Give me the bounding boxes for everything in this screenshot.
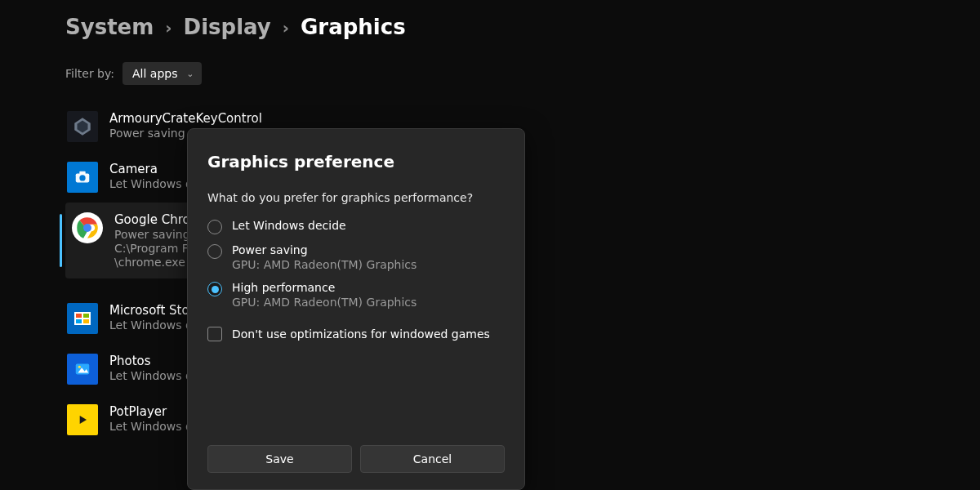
save-button[interactable]: Save <box>207 445 352 473</box>
graphics-preference-dialog: Graphics preference What do you prefer f… <box>187 128 525 490</box>
radio-label: High performance <box>232 281 416 294</box>
potplayer-icon <box>67 404 98 435</box>
svg-point-10 <box>78 366 81 368</box>
dialog-subtitle: What do you prefer for graphics performa… <box>207 191 505 204</box>
radio-let-windows-decide[interactable]: Let Windows decide <box>207 219 505 234</box>
dialog-title: Graphics preference <box>207 152 505 172</box>
svg-point-3 <box>79 175 85 180</box>
chevron-down-icon: ⌄ <box>186 69 194 79</box>
radio-label: Power saving <box>232 243 416 256</box>
filter-dropdown[interactable]: All apps ⌄ <box>122 62 202 85</box>
radio-button-icon <box>207 244 222 259</box>
radio-sublabel: GPU: AMD Radeon(TM) Graphics <box>232 296 416 309</box>
photos-icon <box>67 354 98 385</box>
breadcrumb: System › Display › Graphics <box>65 15 980 39</box>
chevron-right-icon: › <box>283 18 289 38</box>
radio-high-performance[interactable]: High performance GPU: AMD Radeon(TM) Gra… <box>207 281 505 309</box>
checkbox-icon <box>207 327 222 341</box>
chrome-icon <box>72 212 103 243</box>
msstore-icon <box>67 303 98 334</box>
camera-icon <box>67 162 98 193</box>
breadcrumb-graphics: Graphics <box>301 15 406 39</box>
checkbox-windowed-optimizations[interactable]: Don't use optimizations for windowed gam… <box>207 327 505 341</box>
chevron-right-icon: › <box>165 18 172 38</box>
svg-rect-4 <box>79 172 85 175</box>
cancel-button[interactable]: Cancel <box>360 445 505 473</box>
armourycrate-icon <box>67 111 98 142</box>
radio-label: Let Windows decide <box>232 219 346 232</box>
app-name: ArmouryCrateKeyControl <box>109 111 262 126</box>
checkbox-label: Don't use optimizations for windowed gam… <box>232 327 490 341</box>
filter-label: Filter by: <box>65 67 114 80</box>
breadcrumb-system[interactable]: System <box>65 15 154 39</box>
svg-marker-11 <box>80 416 87 424</box>
radio-group: Let Windows decide Power saving GPU: AMD… <box>207 219 505 309</box>
radio-power-saving[interactable]: Power saving GPU: AMD Radeon(TM) Graphic… <box>207 243 505 271</box>
radio-sublabel: GPU: AMD Radeon(TM) Graphics <box>232 258 416 271</box>
filter-dropdown-value: All apps <box>132 67 177 80</box>
radio-button-icon <box>207 282 222 296</box>
breadcrumb-display[interactable]: Display <box>184 15 271 39</box>
radio-button-icon <box>207 220 222 234</box>
